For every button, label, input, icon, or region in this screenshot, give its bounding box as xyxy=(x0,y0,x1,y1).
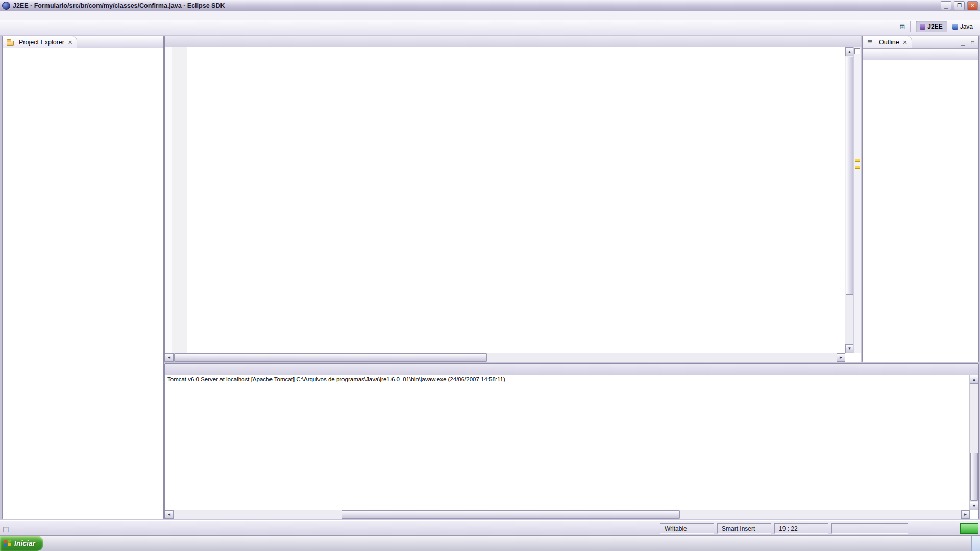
console-tab-row xyxy=(165,364,978,375)
scroll-left-icon[interactable]: ◄ xyxy=(165,510,174,519)
scroll-thumb[interactable] xyxy=(970,453,978,501)
warning-mark[interactable] xyxy=(855,166,860,169)
perspective-java[interactable]: Java xyxy=(948,21,977,32)
maximize-window-button[interactable]: ❐ xyxy=(954,1,965,10)
console-panel: Tomcat v6.0 Server at localhost [Apache … xyxy=(164,363,979,519)
project-explorer-header: Project Explorer ✕ xyxy=(3,36,163,49)
cursor-position-status: 19 : 22 xyxy=(774,523,828,534)
editor-tab-row xyxy=(165,36,861,48)
project-tree xyxy=(3,48,163,519)
scroll-up-icon[interactable]: ▲ xyxy=(970,375,978,384)
overview-criteria-icon[interactable] xyxy=(854,48,860,54)
scroll-up-icon[interactable]: ▲ xyxy=(845,47,854,56)
outline-panel: Outline ✕ ▁ □ xyxy=(862,36,979,362)
maximize-view-icon[interactable]: □ xyxy=(968,39,977,46)
status-bar: ▤ Writable Smart Insert 19 : 22 xyxy=(0,520,980,536)
writable-status: Writable xyxy=(660,523,714,534)
open-perspective-icon[interactable]: ⊞ xyxy=(898,22,906,31)
editor-vertical-scrollbar[interactable]: ▲ ▼ xyxy=(845,47,854,353)
scroll-thumb[interactable] xyxy=(174,353,487,362)
window-title: J2EE - Formulario/src/br/com/my/classes/… xyxy=(13,2,938,9)
code-text[interactable] xyxy=(194,47,845,353)
project-explorer-tab[interactable]: Project Explorer ✕ xyxy=(3,36,77,48)
divider xyxy=(910,21,912,32)
perspective-label: Java xyxy=(960,23,973,30)
minimize-view-icon[interactable]: ▁ xyxy=(959,39,967,46)
overview-ruler[interactable] xyxy=(853,47,861,353)
menu-bar xyxy=(0,11,980,20)
status-extra-cell xyxy=(831,523,908,534)
eclipse-logo-icon xyxy=(2,2,10,10)
perspective-label: J2EE xyxy=(927,23,942,30)
perspective-switcher: ⊞ J2EE Java xyxy=(898,21,977,32)
project-explorer-panel: Project Explorer ✕ xyxy=(2,36,164,519)
explorer-title: Project Explorer xyxy=(19,39,64,46)
explorer-view-icon xyxy=(7,39,14,46)
close-window-button[interactable]: × xyxy=(967,1,978,10)
scroll-right-icon[interactable]: ► xyxy=(961,510,970,519)
scroll-down-icon[interactable]: ▼ xyxy=(845,344,854,353)
windows-taskbar: Iniciar xyxy=(0,535,980,551)
j2ee-perspective-icon xyxy=(920,24,925,30)
eclipse-desktop: J2EE - Formulario/src/br/com/my/classes/… xyxy=(0,0,980,551)
smart-insert-status: Smart Insert xyxy=(717,523,771,534)
scroll-down-icon[interactable]: ▼ xyxy=(970,502,978,510)
outline-header: Outline ✕ ▁ □ xyxy=(863,36,978,49)
quick-launch-bar xyxy=(47,536,56,551)
editor-horizontal-scrollbar[interactable]: ◄ ► xyxy=(165,353,845,362)
main-toolbar xyxy=(0,20,980,35)
scroll-right-icon[interactable]: ► xyxy=(837,353,845,362)
start-label: Iniciar xyxy=(14,539,35,547)
console-horizontal-scrollbar[interactable]: ◄ ► xyxy=(165,510,970,519)
perspective-j2ee[interactable]: J2EE xyxy=(916,21,946,32)
close-view-icon[interactable]: ✕ xyxy=(68,39,72,46)
outline-tab[interactable]: Outline ✕ xyxy=(863,36,912,48)
close-view-icon[interactable]: ✕ xyxy=(903,39,908,46)
scroll-thumb[interactable] xyxy=(846,57,853,295)
minimize-window-button[interactable]: ▁ xyxy=(941,1,951,10)
outline-tree xyxy=(863,60,978,362)
console-output[interactable] xyxy=(165,384,970,510)
scroll-thumb[interactable] xyxy=(342,510,680,519)
line-number-ruler xyxy=(172,47,187,353)
outline-toolbar xyxy=(863,49,978,61)
scroll-left-icon[interactable]: ◄ xyxy=(165,353,174,362)
annotation-ruler[interactable] xyxy=(165,47,172,353)
title-bar: J2EE - Formulario/src/br/com/my/classes/… xyxy=(0,0,980,11)
editor-body[interactable]: ▲ ▼ ◄ ► xyxy=(165,47,861,362)
java-perspective-icon xyxy=(952,24,958,30)
windows-logo-icon xyxy=(4,539,11,547)
warning-mark[interactable] xyxy=(855,159,860,162)
outline-view-icon xyxy=(867,39,874,46)
taskbar-windows xyxy=(56,536,58,551)
system-tray xyxy=(971,536,980,551)
folding-ruler[interactable] xyxy=(188,47,194,353)
console-vertical-scrollbar[interactable]: ▲ ▼ xyxy=(969,375,978,510)
start-button[interactable]: Iniciar xyxy=(0,536,43,551)
fast-view-bar-icon[interactable]: ▤ xyxy=(2,524,10,533)
editor-area: ▲ ▼ ◄ ► xyxy=(164,36,861,362)
outline-title: Outline xyxy=(879,39,899,46)
heap-status-indicator xyxy=(960,523,978,534)
